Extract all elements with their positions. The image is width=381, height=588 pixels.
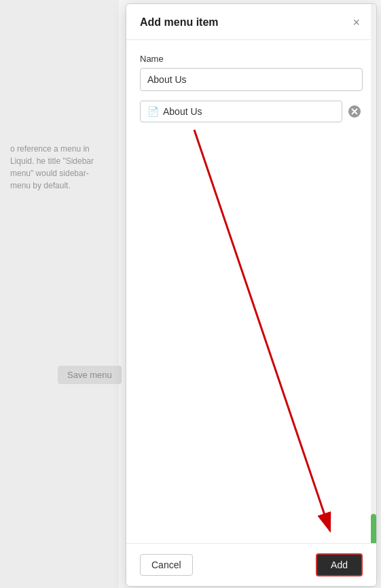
dialog-inner: Add menu item × Name 📄 About Us xyxy=(126,4,376,586)
dialog-header: Add menu item × xyxy=(126,4,376,40)
link-field-group: 📄 About Us xyxy=(140,101,363,122)
page-icon: 📄 xyxy=(147,106,159,117)
scrollbar[interactable] xyxy=(371,4,376,586)
name-label: Name xyxy=(140,54,363,64)
close-button[interactable]: × xyxy=(350,15,363,30)
link-input-wrapper: 📄 About Us xyxy=(140,101,342,122)
annotation-arrow xyxy=(126,109,378,572)
name-field-group: Name xyxy=(140,54,363,91)
dialog-body: Name 📄 About Us xyxy=(126,40,376,143)
cancel-button[interactable]: Cancel xyxy=(140,554,193,576)
add-button[interactable]: Add xyxy=(316,553,363,576)
add-menu-item-dialog: Add menu item × Name 📄 About Us xyxy=(126,3,377,587)
svg-line-4 xyxy=(194,130,330,531)
dialog-footer: Cancel Add xyxy=(126,543,376,586)
clear-link-button[interactable] xyxy=(346,103,363,120)
name-input[interactable] xyxy=(140,68,363,91)
dialog-title: Add menu item xyxy=(140,16,219,29)
link-row: 📄 About Us xyxy=(140,101,363,122)
link-display-value: About Us xyxy=(163,106,335,117)
circle-x-icon xyxy=(348,105,361,118)
